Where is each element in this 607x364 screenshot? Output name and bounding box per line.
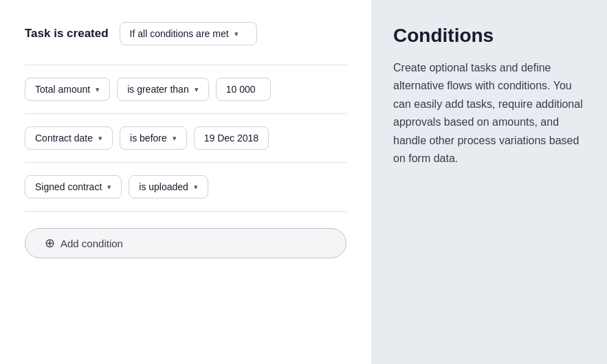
field-dropdown-2[interactable]: Contract date ▾ — [25, 126, 113, 150]
conditions-description: Create optional tasks and define alterna… — [393, 59, 585, 168]
value-field-1[interactable]: 10 000 — [216, 78, 271, 101]
operator-dropdown-3[interactable]: is uploaded ▾ — [129, 175, 208, 198]
header-row: Task is created If all conditions are me… — [25, 22, 346, 45]
chevron-down-icon: ▾ — [234, 30, 239, 38]
operator-label-1: is greater than — [127, 84, 189, 95]
add-condition-button[interactable]: ⊕ Add condition — [25, 228, 346, 258]
chevron-down-icon: ▾ — [173, 134, 177, 143]
conditions-title: Conditions — [393, 25, 585, 47]
field-label-3: Signed contract — [35, 181, 102, 192]
value-field-2[interactable]: 19 Dec 2018 — [194, 126, 269, 150]
value-text-2: 19 Dec 2018 — [204, 133, 258, 144]
chevron-down-icon: ▾ — [194, 183, 198, 192]
plus-icon: ⊕ — [45, 237, 55, 249]
field-label-2: Contract date — [35, 133, 93, 144]
chevron-down-icon: ▾ — [98, 134, 102, 143]
operator-dropdown-2[interactable]: is before ▾ — [120, 126, 187, 150]
operator-dropdown-1[interactable]: is greater than ▾ — [117, 78, 209, 101]
operator-label-3: is uploaded — [139, 181, 188, 192]
conditions-dropdown-label: If all conditions are met — [130, 28, 229, 39]
conditions-dropdown[interactable]: If all conditions are met ▾ — [120, 22, 257, 45]
condition-row-2: Contract date ▾ is before ▾ 19 Dec 2018 — [25, 113, 346, 162]
field-dropdown-3[interactable]: Signed contract ▾ — [25, 175, 122, 198]
chevron-down-icon: ▾ — [195, 85, 199, 94]
chevron-down-icon: ▾ — [107, 183, 111, 192]
condition-row-3: Signed contract ▾ is uploaded ▾ — [25, 162, 346, 212]
task-is-created-label: Task is created — [25, 27, 109, 41]
condition-row-1: Total amount ▾ is greater than ▾ 10 000 — [25, 65, 346, 113]
operator-label-2: is before — [130, 133, 167, 144]
left-panel: Task is created If all conditions are me… — [0, 0, 371, 364]
add-condition-label: Add condition — [60, 238, 123, 249]
value-text-1: 10 000 — [226, 84, 256, 95]
field-label-1: Total amount — [35, 84, 90, 95]
chevron-down-icon: ▾ — [96, 85, 100, 94]
field-dropdown-1[interactable]: Total amount ▾ — [25, 78, 110, 101]
right-panel: Conditions Create optional tasks and def… — [371, 0, 607, 364]
